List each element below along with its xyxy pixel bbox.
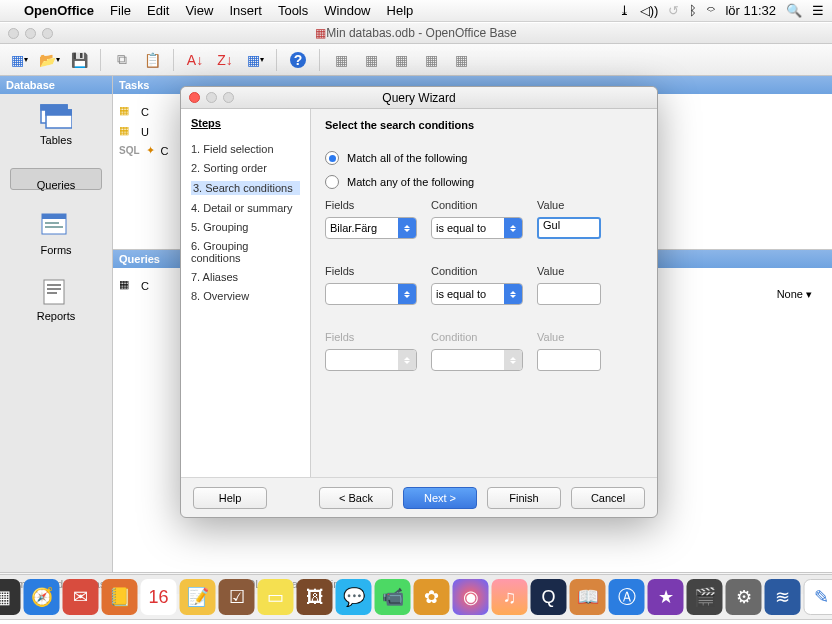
tb-icon3[interactable]: ▦ bbox=[388, 49, 414, 71]
dock-calendar[interactable]: 16 bbox=[141, 579, 177, 615]
step-2[interactable]: 2. Sorting order bbox=[191, 162, 300, 174]
dock-ibooks[interactable]: 📖 bbox=[570, 579, 606, 615]
view-mode-dropdown[interactable]: None ▾ bbox=[777, 288, 812, 301]
sort-desc-btn[interactable]: Z↓ bbox=[212, 49, 238, 71]
tb-icon4[interactable]: ▦ bbox=[418, 49, 444, 71]
new-btn[interactable]: ▦▾ bbox=[6, 49, 32, 71]
tb-icon5[interactable]: ▦ bbox=[448, 49, 474, 71]
dock-missioncontrol[interactable]: ▦ bbox=[0, 579, 21, 615]
download-icon[interactable]: ⤓ bbox=[619, 3, 630, 18]
dock-notes[interactable]: 📝 bbox=[180, 579, 216, 615]
dock-preferences[interactable]: ⚙ bbox=[726, 579, 762, 615]
menu-file[interactable]: File bbox=[110, 3, 131, 18]
dropdown-arrow-icon bbox=[398, 218, 416, 238]
dialog-close[interactable] bbox=[189, 92, 200, 103]
zoom-dot[interactable] bbox=[42, 28, 53, 39]
step-8[interactable]: 8. Overview bbox=[191, 290, 300, 302]
dock-facetime[interactable]: 📹 bbox=[375, 579, 411, 615]
step-3[interactable]: 3. Search conditions bbox=[191, 181, 300, 195]
value-label: Value bbox=[537, 265, 601, 277]
dock-clips[interactable]: 🎬 bbox=[687, 579, 723, 615]
step-1[interactable]: 1. Field selection bbox=[191, 143, 300, 155]
value-input-2[interactable] bbox=[537, 283, 601, 305]
save-btn[interactable]: 💾 bbox=[66, 49, 92, 71]
step-4[interactable]: 4. Detail or summary bbox=[191, 202, 300, 214]
sort-asc-btn[interactable]: A↓ bbox=[182, 49, 208, 71]
sidebar-item-reports[interactable]: Reports bbox=[37, 278, 76, 322]
task-label: C bbox=[141, 106, 149, 118]
open-btn[interactable]: 📂▾ bbox=[36, 49, 62, 71]
cancel-button[interactable]: Cancel bbox=[571, 487, 645, 509]
dialog-titlebar: Query Wizard bbox=[181, 87, 657, 109]
fields-label: Fields bbox=[325, 265, 417, 277]
step-6[interactable]: 6. Grouping conditions bbox=[191, 240, 300, 264]
menu-window[interactable]: Window bbox=[324, 3, 370, 18]
dock-openoffice[interactable]: ≋ bbox=[765, 579, 801, 615]
spotlight-icon[interactable]: 🔍 bbox=[786, 3, 802, 18]
condition-select-2[interactable]: is equal to bbox=[431, 283, 523, 305]
finish-button[interactable]: Finish bbox=[487, 487, 561, 509]
sidebar-item-forms[interactable]: Forms bbox=[40, 212, 72, 256]
condition-label: Condition bbox=[431, 331, 523, 343]
steps-heading: Steps bbox=[191, 117, 300, 129]
form-btn[interactable]: ▦▾ bbox=[242, 49, 268, 71]
step-5[interactable]: 5. Grouping bbox=[191, 221, 300, 233]
menu-help[interactable]: Help bbox=[387, 3, 414, 18]
condition-select-1[interactable]: is equal to bbox=[431, 217, 523, 239]
dock-photobooth[interactable]: ◉ bbox=[453, 579, 489, 615]
tb-icon2[interactable]: ▦ bbox=[358, 49, 384, 71]
close-dot[interactable] bbox=[8, 28, 19, 39]
back-button[interactable]: < Back bbox=[319, 487, 393, 509]
dock-contacts[interactable]: 📒 bbox=[102, 579, 138, 615]
dropdown-arrow-icon bbox=[504, 218, 522, 238]
menu-insert[interactable]: Insert bbox=[229, 3, 262, 18]
sidebar-item-queries[interactable]: Queries bbox=[10, 168, 102, 190]
window-title: Min databas.odb - OpenOffice Base bbox=[326, 26, 517, 40]
svg-rect-10 bbox=[45, 222, 59, 224]
dock-mail[interactable]: ✉ bbox=[63, 579, 99, 615]
tb-icon1[interactable]: ▦ bbox=[328, 49, 354, 71]
dropdown-arrow-icon bbox=[398, 350, 416, 370]
bluetooth-icon[interactable]: ᛒ bbox=[689, 3, 697, 18]
dock-quicktime[interactable]: Q bbox=[531, 579, 567, 615]
menu-tools[interactable]: Tools bbox=[278, 3, 308, 18]
field-select-1[interactable]: Bilar.Färg bbox=[325, 217, 417, 239]
help-btn[interactable]: ? bbox=[285, 49, 311, 71]
value-input-1[interactable]: Gul bbox=[537, 217, 601, 239]
dock-safari[interactable]: 🧭 bbox=[24, 579, 60, 615]
dock-messages[interactable]: 💬 bbox=[336, 579, 372, 615]
clock[interactable]: lör 11:32 bbox=[725, 3, 776, 18]
help-button[interactable]: Help bbox=[193, 487, 267, 509]
wifi-icon[interactable]: ⌔ bbox=[707, 3, 715, 18]
volume-icon[interactable]: ◁)) bbox=[640, 3, 659, 18]
dock-pages[interactable]: ✎ bbox=[804, 579, 833, 615]
notifications-icon[interactable]: ☰ bbox=[812, 3, 824, 18]
dock-itunes[interactable]: ♫ bbox=[492, 579, 528, 615]
dock-imovie[interactable]: ★ bbox=[648, 579, 684, 615]
svg-rect-13 bbox=[47, 284, 61, 286]
menu-edit[interactable]: Edit bbox=[147, 3, 169, 18]
reports-label: Reports bbox=[37, 310, 76, 322]
dock-appstore[interactable]: Ⓐ bbox=[609, 579, 645, 615]
dock-stickies[interactable]: ▭ bbox=[258, 579, 294, 615]
dock-gamecenter[interactable]: ✿ bbox=[414, 579, 450, 615]
app-name[interactable]: OpenOffice bbox=[24, 3, 94, 18]
step-7[interactable]: 7. Aliases bbox=[191, 271, 300, 283]
query-wizard-dialog: Query Wizard Steps 1. Field selection 2.… bbox=[180, 86, 658, 518]
menu-view[interactable]: View bbox=[185, 3, 213, 18]
separator bbox=[319, 49, 320, 71]
paste-btn[interactable]: 📋 bbox=[139, 49, 165, 71]
match-all-radio[interactable]: Match all of the following bbox=[325, 151, 643, 165]
dock: ☻ 🚀 ▦ 🧭 ✉ 📒 16 📝 ☑ ▭ 🖼 💬 📹 ✿ ◉ ♫ Q 📖 Ⓐ ★… bbox=[0, 574, 832, 620]
timemachine-icon[interactable]: ↺ bbox=[668, 3, 679, 18]
dock-photos[interactable]: 🖼 bbox=[297, 579, 333, 615]
dock-reminders[interactable]: ☑ bbox=[219, 579, 255, 615]
sidebar-item-tables[interactable]: Tables bbox=[40, 102, 72, 146]
field-select-2[interactable] bbox=[325, 283, 417, 305]
fields-label: Fields bbox=[325, 331, 417, 343]
match-any-radio[interactable]: Match any of the following bbox=[325, 175, 643, 189]
min-dot[interactable] bbox=[25, 28, 36, 39]
copy-btn[interactable]: ⧉ bbox=[109, 49, 135, 71]
next-button[interactable]: Next > bbox=[403, 487, 477, 509]
dropdown-arrow-icon bbox=[504, 350, 522, 370]
